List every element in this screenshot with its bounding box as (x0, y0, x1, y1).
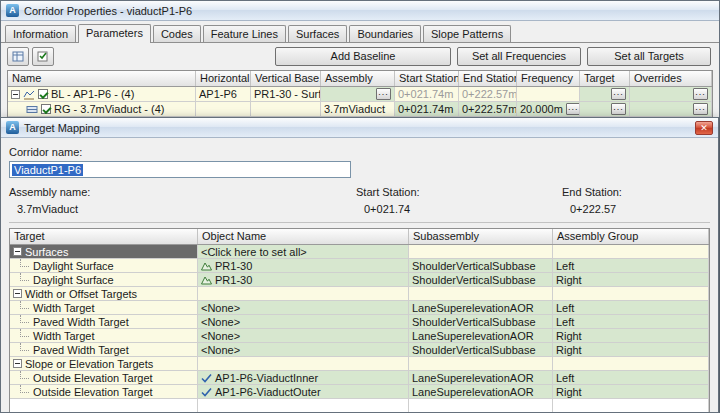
object-name-cell[interactable]: <None> (198, 315, 409, 329)
assembly-group-label: Right (556, 330, 582, 342)
object-name-cell[interactable]: AP1-P6-ViaductOuter (198, 385, 409, 399)
target-cell: Daylight Surface (10, 259, 198, 273)
target-cell: Outside Elevation Target (10, 371, 198, 385)
target-cell: Daylight Surface (10, 273, 198, 287)
alignment-icon (201, 373, 212, 383)
region-overrides-button[interactable]: ... (693, 103, 708, 115)
region-checkbox[interactable] (41, 104, 51, 114)
close-icon[interactable] (695, 121, 713, 135)
baseline-overrides-cell[interactable]: ... (630, 87, 712, 102)
target-cell: Paved Width Target (10, 315, 198, 329)
collapse-expander-icon[interactable] (13, 247, 22, 256)
assembly-group-cell (553, 357, 709, 371)
target-mapping-rows: Surfaces<Click here to set all>Daylight … (10, 245, 709, 413)
subassembly-label: ShoulderVerticalSubbase (412, 274, 536, 286)
object-name-label: <None> (201, 316, 240, 328)
column-target: Target (10, 229, 198, 244)
tab-parameters[interactable]: Parameters (78, 24, 151, 43)
target-mapping-window: Target Mapping Corridor name: ViaductP1-… (0, 117, 719, 413)
add-baseline-button[interactable]: Add Baseline (275, 47, 451, 66)
region-target-cell[interactable]: ... (580, 102, 630, 117)
collapse-expander-icon[interactable] (13, 359, 22, 368)
region-row: RG - 3.7mViaduct - (4) 3.7mViaduct 0+021… (8, 102, 712, 117)
region-target-button[interactable]: ... (611, 103, 626, 115)
start-station-value: 0+021.74m (398, 88, 453, 100)
object-name-cell[interactable]: PR1-30 (198, 273, 409, 287)
civil3d-app-icon (6, 4, 19, 17)
tab-slope-patterns[interactable]: Slope Patterns (423, 25, 511, 42)
horizontal-baseline-cell[interactable]: AP1-P6 (196, 87, 251, 102)
select-all-button[interactable] (32, 47, 54, 66)
assembly-group-label: Left (556, 302, 574, 314)
column-vertical-baseline: Vertical Base... (251, 71, 321, 86)
baseline-target-cell[interactable]: ... (580, 87, 630, 102)
object-name-cell[interactable]: <None> (198, 329, 409, 343)
region-assembly-cell[interactable]: 3.7mViaduct (321, 102, 395, 117)
vertical-baseline-cell[interactable]: PR1-30 - Surf... (251, 87, 321, 102)
tab-feature-lines[interactable]: Feature Lines (203, 25, 286, 42)
baseline-icon (23, 89, 35, 100)
assembly-group-label: Right (556, 344, 582, 356)
assembly-group-cell (553, 287, 709, 301)
region-frequency-cell[interactable]: 20.000m... (517, 102, 580, 117)
region-start-station-cell[interactable]: 0+021.74m (395, 102, 459, 117)
subassembly-cell: ShoulderVerticalSubbase (409, 273, 553, 287)
object-name-cell[interactable]: <None> (198, 301, 409, 315)
object-name-label: AP1-P6-ViaductInner (215, 372, 318, 384)
tab-codes[interactable]: Codes (153, 25, 201, 42)
parameters-toolbar: Add Baseline Set all Frequencies Set all… (1, 43, 719, 69)
target-group-row: Width or Offset Targets (10, 287, 709, 301)
object-name-cell[interactable]: PR1-30 (198, 259, 409, 273)
baseline-name-cell[interactable]: BL - AP1-P6 - (4) (8, 87, 196, 102)
corridor-properties-titlebar[interactable]: Corridor Properties - viaductP1-P6 (1, 1, 719, 21)
baseline-checkbox[interactable] (38, 89, 48, 99)
object-name-label: PR1-30 (215, 274, 252, 286)
set-all-targets-button[interactable]: Set all Targets (587, 47, 711, 66)
object-name-label: AP1-P6-ViaductOuter (215, 386, 321, 398)
target-cell: Surfaces (10, 245, 198, 259)
column-start-station: Start Station (395, 71, 459, 86)
overrides-button[interactable]: ... (693, 88, 708, 100)
region-vertical-cell (251, 102, 321, 117)
subassembly-label: LaneSuperelevationAOR (412, 386, 534, 398)
column-object-name: Object Name (198, 229, 409, 244)
set-target-button[interactable]: ... (611, 88, 626, 100)
object-name-label: <Click here to set all> (201, 246, 307, 258)
set-all-frequencies-button[interactable]: Set all Frequencies (457, 47, 581, 66)
column-subassembly: Subassembly (409, 229, 553, 244)
tab-bar: Information Parameters Codes Feature Lin… (1, 21, 719, 43)
target-cell: Width or Offset Targets (10, 287, 198, 301)
subassembly-label: ShoulderVerticalSubbase (412, 344, 536, 356)
region-overrides-cell[interactable]: ... (630, 102, 712, 117)
frequency-button[interactable]: ... (566, 103, 580, 115)
object-name-cell[interactable]: AP1-P6-ViaductInner (198, 371, 409, 385)
tab-boundaries[interactable]: Boundaries (349, 25, 421, 42)
browse-assembly-button[interactable]: ... (376, 88, 391, 100)
object-name-cell[interactable]: <None> (198, 343, 409, 357)
target-label: Paved Width Target (33, 344, 129, 356)
tree-branch-line (20, 343, 29, 351)
target-mapping-titlebar[interactable]: Target Mapping (1, 118, 718, 138)
region-name-cell[interactable]: RG - 3.7mViaduct - (4) (8, 102, 196, 117)
surface-icon (201, 261, 212, 271)
subassembly-cell: LaneSuperelevationAOR (409, 329, 553, 343)
assembly-group-label: Right (556, 386, 582, 398)
empty-cell (553, 399, 709, 413)
tab-information[interactable]: Information (5, 25, 76, 42)
object-name-label: PR1-30 (215, 260, 252, 272)
corridor-name-selected-text: ViaductP1-P6 (12, 164, 83, 176)
assembly-group-cell: Right (553, 273, 709, 287)
collapse-icon[interactable] (11, 90, 20, 99)
subassembly-cell: ShoulderVerticalSubbase (409, 343, 553, 357)
object-name-cell[interactable]: <Click here to set all> (198, 245, 409, 259)
assembly-group-label: Left (556, 316, 574, 328)
tab-surfaces[interactable]: Surfaces (288, 25, 347, 42)
grid-view-button[interactable] (7, 47, 29, 66)
corridor-name-input[interactable]: ViaductP1-P6 (9, 161, 351, 178)
baseline-assembly-cell[interactable]: ... (321, 87, 395, 102)
region-end-station-cell[interactable]: 0+222.57m (459, 102, 517, 117)
tree-branch-line (20, 329, 29, 337)
empty-cell (198, 399, 409, 413)
baseline-frequency-cell (517, 87, 580, 102)
collapse-expander-icon[interactable] (13, 289, 22, 298)
